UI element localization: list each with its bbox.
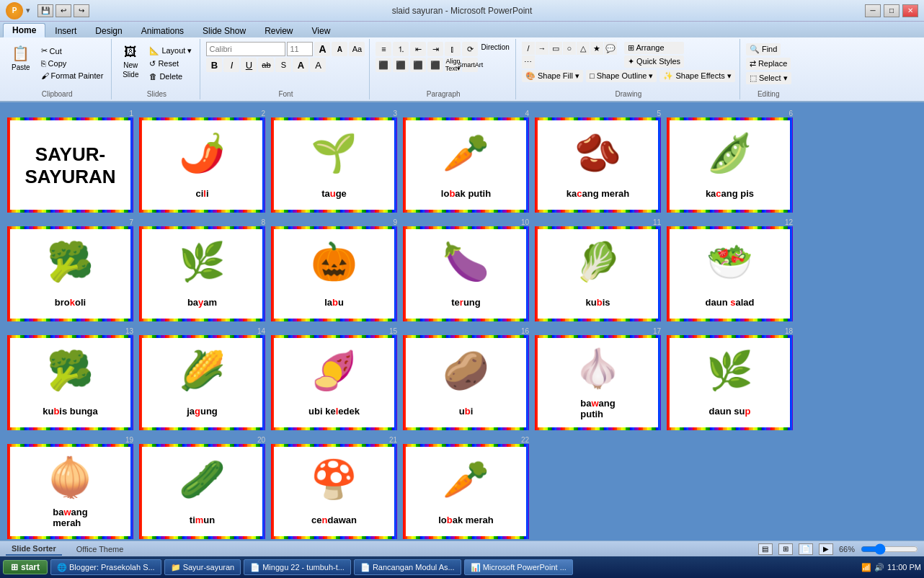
slide-19[interactable]: 19 🧅 bawangmerah — [7, 436, 133, 539]
increase-indent-btn[interactable]: ⇥ — [427, 42, 443, 56]
font-decrease-btn[interactable]: A — [332, 42, 347, 56]
slide-frame-19[interactable]: 🧅 bawangmerah — [7, 444, 133, 539]
slide-frame-9[interactable]: 🎃 labu — [271, 226, 397, 321]
bold-button[interactable]: B — [206, 58, 222, 72]
paste-button[interactable]: 📋 Paste — [7, 42, 35, 74]
replace-button[interactable]: ⇄ Replace — [746, 58, 791, 70]
font-name-input[interactable] — [206, 42, 285, 56]
slide-frame-21[interactable]: 🍄 cendawan — [271, 444, 397, 539]
slide-20[interactable]: 20 🥒 timun — [139, 436, 265, 539]
tab-insert[interactable]: Insert — [45, 24, 86, 37]
slide-14[interactable]: 14 🌽 jagung — [139, 327, 265, 430]
slide-22[interactable]: 22 🥕 lobak merah — [403, 436, 529, 539]
slide-frame-1[interactable]: SAYUR-SAYURAN — [7, 117, 133, 213]
reset-button[interactable]: ↺ Reset — [146, 58, 195, 70]
slide-frame-15[interactable]: 🍠 ubi keledek — [271, 335, 397, 430]
strikethrough-button[interactable]: ab — [258, 58, 274, 72]
slide-21[interactable]: 21 🍄 cendawan — [271, 436, 397, 539]
slide-show-btn[interactable]: ▶ — [819, 543, 833, 555]
slide-frame-3[interactable]: 🌱 tauge — [271, 117, 397, 213]
slide-frame-7[interactable]: 🥦 brokoli — [7, 226, 133, 321]
slide-13[interactable]: 13 🥦 kubis bunga — [7, 327, 133, 430]
smartart-btn[interactable]: SmartArt — [462, 58, 478, 72]
numbering-btn[interactable]: ⒈ — [393, 42, 409, 56]
tab-view[interactable]: View — [303, 24, 340, 37]
slide-frame-22[interactable]: 🥕 lobak merah — [403, 444, 529, 539]
select-button[interactable]: ⬚ Select ▾ — [746, 72, 791, 84]
quick-undo-btn[interactable]: ↩ — [55, 4, 71, 17]
shape-outline-button[interactable]: □ Shape Outline ▾ — [586, 70, 657, 82]
copy-button[interactable]: ⎘ Copy — [37, 58, 107, 69]
shape-oval-btn[interactable]: ○ — [563, 42, 576, 55]
tab-home[interactable]: Home — [3, 23, 45, 37]
start-button[interactable]: ⊞ start — [3, 560, 48, 574]
slide-3[interactable]: 3 🌱 tauge — [271, 110, 397, 213]
slide-frame-5[interactable]: 🫘 kacang merah — [535, 117, 661, 213]
slide-12[interactable]: 12 🥗 daun salad — [667, 218, 793, 321]
slide-frame-14[interactable]: 🌽 jagung — [139, 335, 265, 430]
slide-17[interactable]: 17 🧄 bawangputih — [535, 327, 661, 430]
arrange-button[interactable]: ⊞ Arrange — [624, 42, 684, 54]
slide-frame-4[interactable]: 🥕 lobak putih — [403, 117, 529, 213]
font-increase-btn[interactable]: A — [314, 42, 330, 56]
decrease-indent-btn[interactable]: ⇤ — [410, 42, 426, 56]
shape-fill-button[interactable]: 🎨 Shape Fill ▾ — [522, 70, 583, 82]
slide-10[interactable]: 10 🍆 terung — [403, 218, 529, 321]
slide-frame-11[interactable]: 🥬 kubis — [535, 226, 661, 321]
normal-view-btn[interactable]: ▤ — [758, 543, 773, 555]
slide-9[interactable]: 9 🎃 labu — [271, 218, 397, 321]
slide-16[interactable]: 16 🥔 ubi — [403, 327, 529, 430]
font-highlight-btn[interactable]: A — [310, 58, 326, 72]
slide-1[interactable]: 1SAYUR-SAYURAN — [7, 110, 133, 213]
format-painter-button[interactable]: 🖌 Format Painter — [37, 70, 107, 81]
shape-tri-btn[interactable]: △ — [577, 42, 590, 55]
cut-button[interactable]: ✂ Cut — [37, 45, 107, 57]
layout-button[interactable]: 📐 Layout ▾ — [146, 45, 195, 57]
slide-18[interactable]: 18 🌿 daun sup — [667, 327, 793, 430]
close-btn[interactable]: ✕ — [902, 4, 918, 17]
slide-frame-17[interactable]: 🧄 bawangputih — [535, 335, 661, 430]
shape-line-btn[interactable]: / — [522, 42, 535, 55]
underline-button[interactable]: U — [241, 58, 257, 72]
slide-6[interactable]: 6 🫛 kacang pis — [667, 110, 793, 213]
slide-frame-16[interactable]: 🥔 ubi — [403, 335, 529, 430]
slide-sorter-view-btn[interactable]: ⊞ — [778, 543, 793, 555]
slide-frame-6[interactable]: 🫛 kacang pis — [667, 117, 793, 213]
font-color-btn[interactable]: A — [293, 58, 308, 72]
taskbar-item-4[interactable]: 📊 Microsoft PowerPoint ... — [464, 559, 573, 575]
maximize-btn[interactable]: □ — [884, 4, 899, 17]
slide-5[interactable]: 5 🫘 kacang merah — [535, 110, 661, 213]
shape-rect-btn[interactable]: ▭ — [549, 42, 562, 55]
shadow-button[interactable]: S — [275, 58, 291, 72]
reading-view-btn[interactable]: 📄 — [799, 543, 813, 555]
italic-button[interactable]: I — [223, 58, 239, 72]
taskbar-item-2[interactable]: 📄 Minggu 22 - tumbuh-t... — [244, 559, 351, 575]
columns-btn[interactable]: ⫿ — [445, 42, 461, 56]
align-center-btn[interactable]: ⬛ — [393, 58, 409, 72]
shape-callout-btn[interactable]: 💬 — [604, 42, 617, 55]
slide-11[interactable]: 11 🥬 kubis — [535, 218, 661, 321]
tab-design[interactable]: Design — [86, 24, 131, 37]
slide-frame-8[interactable]: 🌿 bayam — [139, 226, 265, 321]
slide-15[interactable]: 15 🍠 ubi keledek — [271, 327, 397, 430]
font-size-input[interactable] — [287, 42, 313, 56]
zoom-slider[interactable] — [861, 544, 918, 554]
slide-frame-13[interactable]: 🥦 kubis bunga — [7, 335, 133, 430]
quick-styles-button[interactable]: ✦ Quick Styles — [624, 55, 684, 68]
quick-save-btn[interactable]: 💾 — [37, 4, 53, 17]
taskbar-item-1[interactable]: 📁 Sayur-sayuran — [164, 559, 241, 575]
shape-arrow-btn[interactable]: → — [536, 42, 548, 55]
slide-2[interactable]: 2 🌶️ cili — [139, 110, 265, 213]
align-left-btn[interactable]: ⬛ — [376, 58, 391, 72]
taskbar-item-3[interactable]: 📄 Rancangan Modul As... — [354, 559, 461, 575]
align-right-btn[interactable]: ⬛ — [410, 58, 426, 72]
font-clear-btn[interactable]: Aa — [349, 42, 365, 56]
quick-redo-btn[interactable]: ↪ — [74, 4, 89, 17]
slide-8[interactable]: 8 🌿 bayam — [139, 218, 265, 321]
new-slide-button[interactable]: 🖼 New Slide — [117, 42, 143, 81]
office-theme-tab[interactable]: Office Theme — [71, 543, 130, 555]
tab-slideshow[interactable]: Slide Show — [193, 24, 255, 37]
text-direction-btn[interactable]: ⟳ — [462, 42, 478, 56]
minimize-btn[interactable]: ─ — [865, 4, 881, 17]
slide-frame-18[interactable]: 🌿 daun sup — [667, 335, 793, 430]
